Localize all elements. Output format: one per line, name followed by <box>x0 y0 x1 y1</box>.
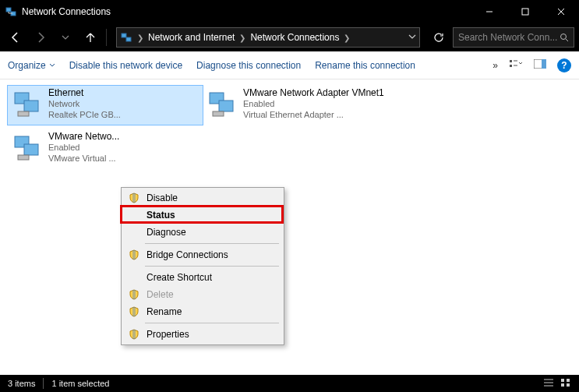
network-adapter-icon <box>206 87 238 120</box>
help-button[interactable]: ? <box>557 58 571 72</box>
network-item-ethernet[interactable]: Ethernet Network Realtek PCIe GB... <box>8 86 203 125</box>
item-name: VMware Network Adapter VMnet1 <box>243 87 384 98</box>
ctx-status[interactable]: Status <box>123 207 282 224</box>
icons-view-button[interactable] <box>560 378 571 389</box>
svg-rect-29 <box>567 379 570 382</box>
menu-separator <box>145 243 279 244</box>
details-view-button[interactable] <box>543 378 554 389</box>
item-device: VMware Virtual ... <box>48 153 119 164</box>
chevron-down-icon <box>49 62 55 69</box>
recent-locations-button[interactable] <box>55 26 76 48</box>
ctx-create-shortcut[interactable]: Create Shortcut <box>123 269 282 286</box>
network-adapter-icon <box>11 131 44 164</box>
close-button[interactable] <box>543 0 579 23</box>
back-button[interactable] <box>5 26 26 48</box>
ctx-label: Diagnose <box>147 227 186 238</box>
shield-icon <box>128 288 140 301</box>
address-dropdown-icon[interactable] <box>408 32 416 43</box>
address-bar[interactable]: ❯ Network and Internet ❯ Network Connect… <box>116 27 420 48</box>
svg-rect-18 <box>18 111 29 116</box>
ctx-disable[interactable]: Disable <box>123 189 282 207</box>
preview-pane-button[interactable] <box>534 59 546 71</box>
nav-bar: ❯ Network and Internet ❯ Network Connect… <box>0 23 579 51</box>
status-count: 3 items <box>8 379 35 388</box>
diagnose-button[interactable]: Diagnose this connection <box>196 60 301 71</box>
svg-rect-15 <box>542 59 546 69</box>
svg-rect-24 <box>18 155 29 160</box>
status-selected: 1 item selected <box>51 379 109 388</box>
svg-rect-31 <box>567 383 570 387</box>
shield-icon <box>128 249 140 261</box>
svg-rect-0 <box>6 8 11 12</box>
svg-rect-23 <box>24 144 38 155</box>
ctx-label: Create Shortcut <box>147 272 212 283</box>
svg-rect-7 <box>126 37 131 41</box>
network-adapter-icon <box>11 87 44 120</box>
shield-icon <box>128 305 140 318</box>
ctx-diagnose[interactable]: Diagnose <box>123 224 282 241</box>
rename-button[interactable]: Rename this connection <box>315 60 415 71</box>
item-name: Ethernet <box>48 87 121 98</box>
status-separator <box>43 378 44 389</box>
svg-rect-11 <box>510 65 512 67</box>
maximize-button[interactable] <box>507 0 543 23</box>
item-status: Network <box>48 98 121 109</box>
chevron-right-icon[interactable]: ❯ <box>342 34 351 42</box>
status-bar: 3 items 1 item selected <box>0 375 579 392</box>
svg-rect-28 <box>561 379 564 382</box>
network-item-vmnet1[interactable]: VMware Network Adapter VMnet1 Enabled Vi… <box>203 86 397 125</box>
title-bar: Network Connections <box>0 0 579 23</box>
svg-point-8 <box>561 34 567 40</box>
search-input[interactable]: Search Network Conn... <box>453 27 574 48</box>
minimize-button[interactable] <box>471 0 507 23</box>
ctx-label: Status <box>147 210 175 221</box>
svg-line-9 <box>566 39 568 41</box>
shield-icon <box>128 192 140 204</box>
search-placeholder: Search Network Conn... <box>458 32 560 43</box>
item-status: Enabled <box>48 142 119 153</box>
item-name: VMware Netwo... <box>48 131 119 142</box>
ctx-label: Properties <box>147 329 189 340</box>
context-menu: Disable Status Diagnose Bridge Connectio… <box>121 187 284 345</box>
disable-device-button[interactable]: Disable this network device <box>69 60 182 71</box>
content-area: Ethernet Network Realtek PCIe GB... VMwa… <box>0 79 579 375</box>
svg-rect-20 <box>219 101 233 111</box>
command-bar: Organize Disable this network device Dia… <box>0 51 579 79</box>
ctx-delete: Delete <box>123 286 282 303</box>
search-icon <box>560 33 569 42</box>
app-icon <box>5 5 17 18</box>
control-panel-icon <box>120 31 132 44</box>
window-title: Network Connections <box>22 6 471 17</box>
blank-icon <box>128 271 140 284</box>
chevron-right-icon[interactable]: ❯ <box>238 34 247 42</box>
shield-icon <box>128 328 140 341</box>
up-button[interactable] <box>79 26 101 48</box>
ctx-rename[interactable]: Rename <box>123 303 282 320</box>
refresh-button[interactable] <box>428 26 450 48</box>
chevron-right-icon[interactable]: ❯ <box>136 34 145 42</box>
forward-button[interactable] <box>30 26 51 48</box>
svg-rect-30 <box>561 383 564 387</box>
ctx-label: Delete <box>147 289 174 300</box>
item-device: Realtek PCIe GB... <box>48 109 121 120</box>
blank-icon <box>128 226 140 238</box>
svg-rect-6 <box>122 34 126 37</box>
nav-separator <box>106 29 107 46</box>
view-options-button[interactable] <box>509 58 523 72</box>
breadcrumb-seg1[interactable]: Network and Internet <box>148 32 235 43</box>
blank-icon <box>128 209 140 221</box>
ctx-label: Rename <box>147 306 182 317</box>
item-device: Virtual Ethernet Adapter ... <box>243 109 384 120</box>
svg-rect-3 <box>522 9 528 15</box>
ctx-properties[interactable]: Properties <box>123 326 282 343</box>
network-item-vmnet2[interactable]: VMware Netwo... Enabled VMware Virtual .… <box>8 129 203 168</box>
menu-separator <box>145 323 279 323</box>
svg-rect-17 <box>24 101 38 111</box>
ctx-bridge[interactable]: Bridge Connections <box>123 246 282 263</box>
overflow-button[interactable]: » <box>493 60 498 71</box>
organize-button[interactable]: Organize <box>8 60 55 71</box>
svg-rect-21 <box>213 111 224 116</box>
breadcrumb-seg2[interactable]: Network Connections <box>250 32 339 43</box>
menu-separator <box>145 266 279 267</box>
svg-rect-10 <box>510 60 512 62</box>
